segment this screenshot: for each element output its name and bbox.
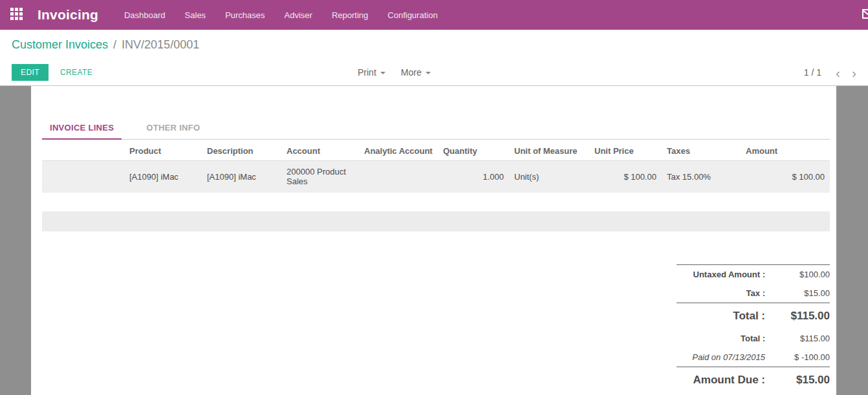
col-taxes[interactable]: Taxes xyxy=(662,142,741,161)
create-button[interactable]: CREATE xyxy=(60,68,92,77)
tab-other-info[interactable]: OTHER INFO xyxy=(138,119,208,139)
chevron-down-icon xyxy=(380,72,385,74)
total-label: Total : xyxy=(733,310,765,323)
breadcrumb-separator: / xyxy=(113,38,116,52)
pager: 1 / 1 ‹ › xyxy=(804,66,859,80)
table-row[interactable]: [A1090] iMac [A1090] iMac 200000 Product… xyxy=(42,161,830,193)
action-dropdowns: Print More xyxy=(358,67,431,78)
col-handle xyxy=(42,142,124,161)
col-description[interactable]: Description xyxy=(202,142,281,161)
totals-panel: Untaxed Amount : $100.00 Tax : $15.00 To… xyxy=(677,264,830,393)
col-unit-of-measure[interactable]: Unit of Measure xyxy=(509,142,589,161)
cell-product[interactable]: [A1090] iMac xyxy=(124,161,202,193)
top-navbar: Invoicing Dashboard Sales Purchases Advi… xyxy=(0,0,868,30)
col-amount[interactable]: Amount xyxy=(741,142,830,161)
pager-prev-icon[interactable]: ‹ xyxy=(833,66,843,80)
invoice-lines-table: Product Description Account Analytic Acc… xyxy=(42,142,830,193)
col-analytic-account[interactable]: Analytic Account xyxy=(359,142,438,161)
untaxed-amount-row: Untaxed Amount : $100.00 xyxy=(677,264,830,284)
breadcrumb: Customer Invoices / INV/2015/0001 xyxy=(0,30,868,59)
page-background: INVOICE LINES OTHER INFO Product Descrip… xyxy=(0,86,868,395)
tax-row: Tax : $15.00 xyxy=(677,284,830,303)
col-quantity[interactable]: Quantity xyxy=(438,142,509,161)
cell-unit-price[interactable]: $ 100.00 xyxy=(589,161,662,193)
control-bar: EDIT CREATE Print More 1 / 1 ‹ › xyxy=(0,59,868,86)
breadcrumb-current-invoice: INV/2015/0001 xyxy=(122,38,199,52)
col-account[interactable]: Account xyxy=(281,142,359,161)
tax-label: Tax : xyxy=(746,288,765,298)
menu-dashboard[interactable]: Dashboard xyxy=(124,10,166,20)
app-title: Invoicing xyxy=(38,7,98,23)
apps-grid-icon[interactable] xyxy=(10,8,25,22)
cell-taxes[interactable]: Tax 15.00% xyxy=(662,161,741,193)
payment-row: Paid on 07/13/2015 $ -100.00 xyxy=(677,348,830,367)
more-dropdown-label: More xyxy=(401,67,422,78)
residual-total-label: Total : xyxy=(741,334,765,343)
messaging-icon[interactable] xyxy=(862,9,868,19)
table-header-row: Product Description Account Analytic Acc… xyxy=(42,142,830,161)
edit-button[interactable]: EDIT xyxy=(12,64,49,81)
chevron-down-icon xyxy=(426,72,431,74)
cell-amount[interactable]: $ 100.00 xyxy=(741,161,830,193)
pager-next-icon[interactable]: › xyxy=(849,66,859,80)
residual-total-row: Total : $115.00 xyxy=(677,329,830,348)
payment-value: $ -100.00 xyxy=(765,352,830,362)
menu-purchases[interactable]: Purchases xyxy=(225,10,265,20)
payment-label[interactable]: Paid on 07/13/2015 xyxy=(692,352,765,362)
form-sheet: INVOICE LINES OTHER INFO Product Descrip… xyxy=(31,86,836,395)
pager-count: 1 / 1 xyxy=(804,67,821,78)
breadcrumb-customer-invoices[interactable]: Customer Invoices xyxy=(12,38,108,52)
col-product[interactable]: Product xyxy=(124,142,202,161)
amount-due-value: $15.00 xyxy=(765,374,830,387)
print-dropdown[interactable]: Print xyxy=(358,67,385,78)
untaxed-amount-label: Untaxed Amount : xyxy=(693,270,765,279)
cell-handle xyxy=(42,161,124,193)
cell-quantity[interactable]: 1.000 xyxy=(438,161,509,193)
main-menu: Dashboard Sales Purchases Adviser Report… xyxy=(124,10,438,20)
tab-invoice-lines[interactable]: INVOICE LINES xyxy=(42,119,122,140)
menu-adviser[interactable]: Adviser xyxy=(285,10,312,20)
cell-unit-of-measure[interactable]: Unit(s) xyxy=(509,161,589,193)
amount-due-row: Amount Due : $15.00 xyxy=(677,367,830,393)
notebook-tabs: INVOICE LINES OTHER INFO xyxy=(42,86,830,140)
total-value: $115.00 xyxy=(765,310,830,323)
menu-configuration[interactable]: Configuration xyxy=(387,10,437,20)
cell-description[interactable]: [A1090] iMac xyxy=(202,161,281,193)
print-dropdown-label: Print xyxy=(358,67,376,78)
cell-analytic-account[interactable] xyxy=(359,161,438,193)
cell-account[interactable]: 200000 Product Sales xyxy=(281,161,359,193)
menu-reporting[interactable]: Reporting xyxy=(332,10,368,20)
menu-sales[interactable]: Sales xyxy=(185,10,206,20)
untaxed-amount-value: $100.00 xyxy=(765,270,830,279)
residual-total-value: $115.00 xyxy=(765,334,830,343)
total-row: Total : $115.00 xyxy=(677,303,830,329)
more-dropdown[interactable]: More xyxy=(401,67,431,78)
empty-list-stripe xyxy=(42,211,830,231)
amount-due-label: Amount Due : xyxy=(693,374,765,387)
col-unit-price[interactable]: Unit Price xyxy=(589,142,662,161)
tax-value: $15.00 xyxy=(765,288,830,298)
